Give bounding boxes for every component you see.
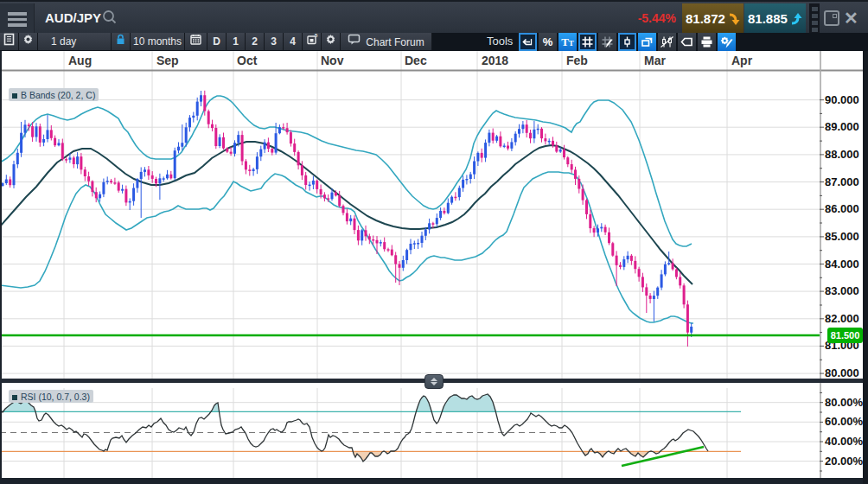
svg-text:5: 5	[315, 33, 318, 38]
